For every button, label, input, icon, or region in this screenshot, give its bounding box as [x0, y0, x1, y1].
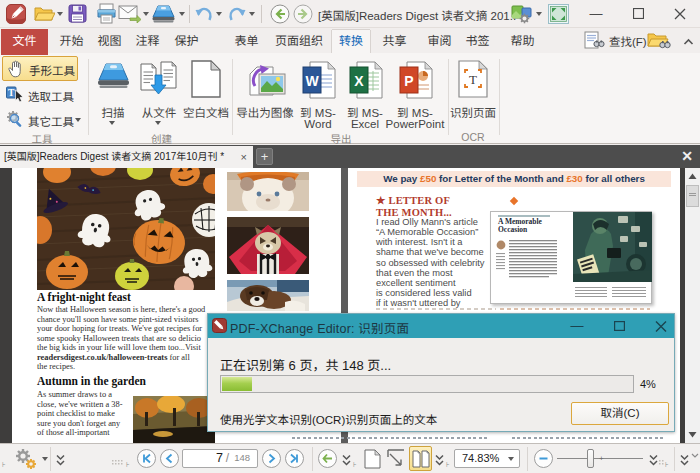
page-layout-icon[interactable]	[364, 449, 381, 469]
hand-icon	[7, 60, 25, 78]
total-pages: 148	[234, 452, 250, 463]
find-label[interactable]: 查找(F)	[609, 33, 647, 49]
document-tab-close-icon[interactable]: ×	[241, 150, 247, 164]
select-tool-button[interactable]: T 选取工具	[2, 83, 78, 108]
to-ms-excel-button[interactable]: X 到 MS- Excel	[343, 55, 387, 139]
title-bar: [英国版]Readers Digest 读者文摘 201.. —	[0, 0, 700, 28]
customize-dropdown[interactable]	[536, 12, 542, 16]
ribbon-tab-file[interactable]: 文件	[1, 29, 48, 55]
pane-handle-icon[interactable]: ⊦	[446, 461, 453, 469]
two-page-view-button[interactable]	[409, 446, 432, 471]
pane-handle-icon[interactable]: ⊦	[353, 461, 360, 469]
open-file-dropdown[interactable]	[57, 12, 63, 16]
scan-dropdown[interactable]	[179, 12, 185, 16]
double-chevron-icon	[341, 454, 352, 467]
ribbon-tab-view[interactable]: 视图	[91, 30, 128, 53]
options-dropdown[interactable]	[42, 457, 48, 461]
scan-button[interactable]	[151, 5, 176, 23]
zoom-slider-handle[interactable]	[587, 449, 594, 468]
svg-text:T: T	[8, 88, 15, 98]
new-tab-button[interactable]: +	[256, 148, 273, 165]
dialog-maximize-button[interactable]	[602, 314, 636, 338]
ribbon-group-label-ocr: OCR	[450, 131, 496, 143]
ribbon-tab-share[interactable]: 共享	[376, 30, 413, 53]
ribbon-tab-organize[interactable]: 页面组织	[269, 30, 329, 53]
window-title: [英国版]Readers Digest 读者文摘 201..	[318, 7, 516, 23]
scroll-down-arrow[interactable]	[685, 427, 700, 442]
ribbon-tab-help[interactable]: 帮助	[504, 30, 541, 53]
progress-bar	[220, 375, 634, 393]
dialog-title-bar[interactable]: PDF-XChange Editor: 识别页面 —	[208, 314, 674, 338]
zoom-out-button[interactable]	[534, 449, 553, 468]
ribbon-tab-comment[interactable]: 注释	[129, 30, 166, 53]
first-page-button[interactable]	[137, 449, 156, 468]
open-file-button[interactable]	[34, 4, 55, 23]
partial-text-line	[500, 308, 650, 310]
save-button[interactable]	[68, 4, 87, 23]
window-minimize-button[interactable]: —	[581, 0, 611, 28]
vertical-scrollbar[interactable]	[685, 168, 700, 443]
cancel-button[interactable]: 取消(C)	[571, 402, 669, 425]
pane-handle-icon[interactable]: ⊦	[665, 461, 672, 469]
undo-button[interactable]	[195, 5, 214, 22]
redo-dropdown[interactable]	[249, 12, 255, 16]
window-maximize-button[interactable]	[623, 0, 653, 28]
fullscreen-button[interactable]	[548, 4, 569, 24]
dialog-minimize-button[interactable]: —	[560, 314, 594, 338]
pane-handle-icon[interactable]: ⊦	[126, 461, 133, 469]
to-ms-word-button[interactable]: W 到 MS- Word	[296, 55, 340, 139]
fit-page-icon[interactable]	[387, 449, 405, 469]
export-image-button[interactable]: 导出为图像	[236, 55, 294, 139]
blank-document-button[interactable]: 空白文档	[182, 55, 230, 139]
from-file-button[interactable]: 从文件	[138, 55, 180, 139]
scroll-up-arrow[interactable]	[685, 169, 700, 184]
customize-toolbar-button[interactable]	[511, 4, 533, 24]
options-gear-icon[interactable]	[13, 447, 39, 471]
previous-view-button[interactable]	[318, 449, 337, 468]
find-document-icon[interactable]	[584, 31, 606, 50]
next-page-button[interactable]	[262, 449, 281, 468]
page-number-field[interactable]: 7 / 148	[182, 449, 258, 468]
email-button[interactable]	[118, 5, 141, 23]
close-document-button[interactable]: ✕	[677, 147, 697, 166]
down-arrow-icon	[685, 427, 700, 442]
statusbar-separator	[50, 447, 51, 471]
to-ms-powerpoint-button[interactable]: P 到 MS- PowerPoint	[384, 55, 446, 139]
search-folder-icon[interactable]	[647, 31, 671, 50]
expand-chevrons-icon[interactable]	[341, 453, 352, 466]
article-paragraph-2: As summer draws to a close, we've writte…	[37, 390, 137, 438]
window-close-button[interactable]	[665, 0, 695, 28]
ribbon-tab-convert[interactable]: 转换	[332, 30, 370, 53]
expand-chevrons-icon[interactable]	[434, 453, 445, 466]
scan-ribbon-button[interactable]: 扫描	[93, 55, 133, 139]
pane-handle-icon[interactable]: ⊦	[2, 461, 9, 469]
other-tools-button[interactable]: 其它工具	[2, 108, 78, 133]
expand-chevrons-icon[interactable]	[648, 453, 659, 466]
scrollbar-thumb[interactable]	[686, 185, 699, 207]
dialog-close-button[interactable]	[644, 314, 678, 338]
to-ms-excel-label2: Excel	[343, 118, 387, 130]
expand-chevrons-icon[interactable]	[55, 453, 66, 466]
undo-dropdown[interactable]	[216, 12, 222, 16]
back-button[interactable]	[270, 4, 290, 24]
ribbon-tab-form[interactable]: 表单	[228, 30, 265, 53]
print-button[interactable]	[96, 3, 117, 24]
document-tab[interactable]: [英国版]Readers Digest 读者文摘 2017年10月刊 * ×	[0, 146, 253, 168]
ribbon-tab-home[interactable]: 开始	[53, 30, 90, 53]
ribbon-tab-bookmarks[interactable]: 书签	[459, 30, 496, 53]
zoom-level-field[interactable]: 74.83%	[454, 449, 520, 468]
ribbon-tab-protect[interactable]: 保护	[168, 30, 205, 53]
previous-page-button[interactable]	[160, 449, 179, 468]
hand-tool-button[interactable]: 手形工具	[2, 56, 78, 81]
recognize-pages-button[interactable]: T 识别页面	[450, 55, 496, 139]
zoom-dropdown[interactable]	[508, 457, 514, 461]
from-file-dropdown	[155, 121, 161, 125]
last-page-button[interactable]	[285, 449, 304, 468]
expand-chevrons-icon[interactable]	[679, 453, 690, 466]
collapse-ribbon-button[interactable]	[683, 36, 694, 48]
forward-button[interactable]	[293, 4, 313, 24]
redo-button[interactable]	[227, 5, 246, 22]
app-logo-icon	[6, 4, 26, 24]
ribbon-tab-review[interactable]: 审阅	[421, 30, 458, 53]
email-dropdown[interactable]	[143, 12, 149, 16]
